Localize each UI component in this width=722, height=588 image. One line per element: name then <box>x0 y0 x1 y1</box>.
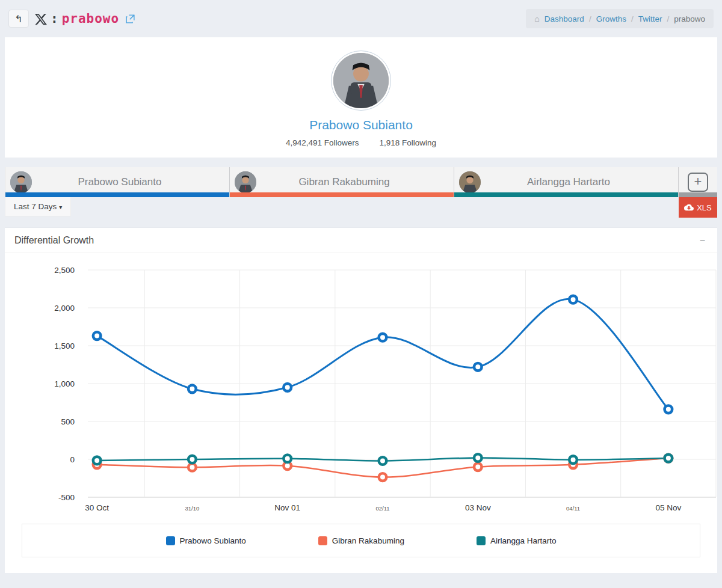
breadcrumb: ⌂ Dashboard / Growths / Twitter / prabow… <box>526 9 714 28</box>
svg-text:05 Nov: 05 Nov <box>655 503 681 512</box>
svg-text:31/10: 31/10 <box>185 505 200 512</box>
svg-text:1,000: 1,000 <box>54 379 75 388</box>
tab-avatar <box>235 171 256 193</box>
cloud-download-icon <box>684 203 694 212</box>
svg-text:0: 0 <box>70 455 75 464</box>
breadcrumb-separator: / <box>589 14 591 23</box>
chart-legend: Prabowo Subianto Gibran Rakabuming Airla… <box>22 524 700 557</box>
tab-label: Airlangga Hartarto <box>481 176 678 188</box>
breadcrumb-separator: / <box>631 14 634 23</box>
svg-text:30 Oct: 30 Oct <box>85 503 109 512</box>
person-silhouette-icon <box>10 171 32 193</box>
legend-item-airlangga[interactable]: Airlangga Hartarto <box>477 536 557 545</box>
svg-text:Nov 01: Nov 01 <box>274 503 300 512</box>
profile-card: Prabowo Subianto 4,942,491 Followers 1,9… <box>5 37 717 158</box>
date-range-label: Last 7 Days <box>14 202 57 211</box>
x-logo-icon <box>35 13 47 25</box>
svg-text:04/11: 04/11 <box>566 505 580 512</box>
breadcrumb-twitter[interactable]: Twitter <box>638 14 662 23</box>
differential-growth-panel: Differential Growth − 2,5002,0001,5001,0… <box>5 227 717 573</box>
breadcrumb-separator: / <box>667 14 669 23</box>
svg-text:02/11: 02/11 <box>375 505 389 512</box>
tab-active-indicator <box>5 192 229 197</box>
svg-text:-500: -500 <box>58 493 75 502</box>
person-silhouette-icon <box>235 171 256 193</box>
chart-toolbar: Last 7 Days▾ XLS <box>5 197 717 219</box>
svg-text:1,500: 1,500 <box>54 341 75 351</box>
tab-active-indicator <box>230 192 454 197</box>
account-tabs: Prabowo Subianto Gibran Rakabuming Airla… <box>5 167 717 197</box>
svg-text:03 Nov: 03 Nov <box>465 503 491 512</box>
profile-name: Prabowo Subianto <box>309 118 413 132</box>
followers-count: 4,942,491 Followers <box>286 138 359 147</box>
legend-item-prabowo[interactable]: Prabowo Subianto <box>166 536 246 545</box>
tab-prabowo-subianto[interactable]: Prabowo Subianto <box>5 167 230 197</box>
svg-text:500: 500 <box>61 417 75 426</box>
tab-airlangga-hartarto[interactable]: Airlangga Hartarto <box>454 167 679 197</box>
legend-swatch <box>318 536 327 545</box>
add-account-button[interactable]: + <box>679 167 717 197</box>
legend-swatch <box>166 536 175 545</box>
breadcrumb-dashboard[interactable]: Dashboard <box>545 14 584 23</box>
export-xls-label: XLS <box>697 203 712 212</box>
tab-avatar <box>10 171 32 193</box>
brand-query: prabowo <box>62 11 120 26</box>
top-navbar: ↰ : prabowo ⌂ Dashboard / Growths / Twit… <box>0 0 722 37</box>
back-arrow-icon: ↰ <box>14 13 22 25</box>
profile-avatar <box>331 51 391 111</box>
external-link-icon[interactable] <box>125 14 135 24</box>
breadcrumb-growths[interactable]: Growths <box>596 14 626 23</box>
brand: : prabowo <box>35 11 135 26</box>
tab-avatar <box>459 171 481 193</box>
caret-down-icon: ▾ <box>59 204 62 210</box>
brand-separator: : <box>51 11 58 26</box>
tab-gibran-rakabuming[interactable]: Gibran Rakabuming <box>230 167 454 197</box>
panel-title: Differential Growth <box>14 235 94 246</box>
legend-label: Gibran Rakabuming <box>332 536 404 545</box>
back-button[interactable]: ↰ <box>8 10 29 28</box>
export-xls-button[interactable]: XLS <box>679 197 717 218</box>
breadcrumb-current: prabowo <box>674 14 705 23</box>
home-icon: ⌂ <box>534 14 539 23</box>
tab-label: Prabowo Subianto <box>32 176 229 188</box>
plus-icon: + <box>694 175 702 188</box>
collapse-panel-icon[interactable]: − <box>697 235 708 246</box>
tab-inactive-indicator <box>679 192 717 197</box>
legend-swatch <box>477 536 486 545</box>
date-range-dropdown[interactable]: Last 7 Days▾ <box>5 197 71 216</box>
legend-item-gibran[interactable]: Gibran Rakabuming <box>318 536 404 545</box>
svg-text:2,500: 2,500 <box>54 266 75 275</box>
person-silhouette-icon <box>333 53 389 108</box>
tab-active-indicator <box>454 192 678 197</box>
growth-chart[interactable]: 2,5002,0001,5001,0005000-50030 Oct31/10N… <box>11 257 721 515</box>
tab-label: Gibran Rakabuming <box>256 176 454 188</box>
legend-label: Airlangga Hartarto <box>490 536 557 545</box>
legend-label: Prabowo Subianto <box>180 536 246 545</box>
person-silhouette-icon <box>459 171 481 193</box>
svg-text:2,000: 2,000 <box>54 304 75 313</box>
following-count: 1,918 Following <box>380 138 437 147</box>
